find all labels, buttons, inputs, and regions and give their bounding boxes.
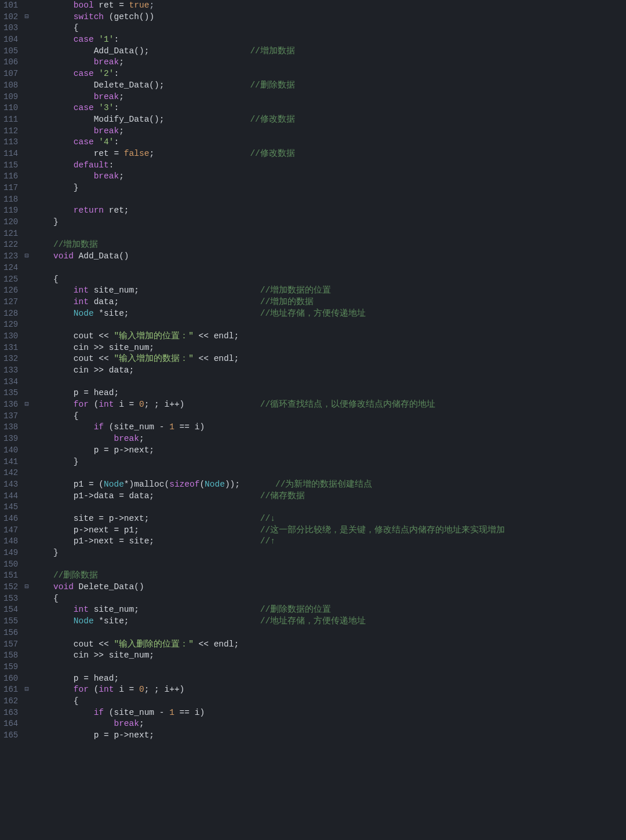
fold-toggle-icon[interactable] xyxy=(21,12,32,23)
code-line[interactable]: break; xyxy=(33,126,626,137)
fold-toggle-icon[interactable] xyxy=(21,684,32,696)
code-line[interactable] xyxy=(33,502,626,513)
code-line[interactable]: } xyxy=(33,217,626,228)
code-line[interactable]: ret = false; //修改数据 xyxy=(33,148,626,160)
fold-toggle-icon[interactable] xyxy=(21,582,32,593)
code-line[interactable]: void Delete_Data() xyxy=(33,582,626,593)
code-line[interactable]: p->next = p1; //这一部分比较绕，是关键，修改结点内储存的地址来实… xyxy=(33,525,626,536)
code-line[interactable]: break; xyxy=(33,433,626,445)
code-line[interactable]: case '3': xyxy=(33,103,626,114)
code-line[interactable]: p = p->next; xyxy=(33,730,626,742)
code-line[interactable]: Delete_Data(); //删除数据 xyxy=(33,80,626,92)
fold-placeholder xyxy=(21,525,32,536)
code-line[interactable] xyxy=(33,627,626,639)
code-line[interactable]: switch (getch()) xyxy=(33,12,626,23)
code-line[interactable]: cout << "输入增加的位置：" << endl; xyxy=(33,331,626,342)
line-number: 105 xyxy=(3,46,18,57)
code-line[interactable]: } xyxy=(33,182,626,194)
line-number: 127 xyxy=(3,297,18,308)
code-line[interactable]: case '2': xyxy=(33,68,626,80)
code-line[interactable]: default: xyxy=(33,160,626,171)
code-line[interactable]: for (int i = 0; ; i++) //循环查找结点，以便修改结点内储… xyxy=(33,399,626,411)
fold-placeholder xyxy=(21,433,32,445)
code-line[interactable] xyxy=(33,194,626,206)
line-number: 142 xyxy=(3,468,18,479)
code-line[interactable]: if (site_num - 1 == i) xyxy=(33,707,626,719)
code-line[interactable]: p = p->next; xyxy=(33,445,626,456)
fold-placeholder xyxy=(21,308,32,320)
code-line[interactable]: } xyxy=(33,547,626,559)
code-line[interactable]: int site_num; //增加数据的位置 xyxy=(33,285,626,297)
fold-placeholder xyxy=(21,547,32,559)
line-number: 156 xyxy=(3,627,18,639)
code-line[interactable]: for (int i = 0; ; i++) xyxy=(33,684,626,696)
code-line[interactable]: { xyxy=(33,593,626,605)
line-number: 144 xyxy=(3,491,18,502)
line-number: 150 xyxy=(3,559,18,571)
code-line[interactable]: { xyxy=(33,696,626,707)
fold-placeholder xyxy=(21,262,32,274)
line-number: 111 xyxy=(3,114,18,126)
fold-toggle-icon[interactable] xyxy=(21,399,32,411)
line-number: 130 xyxy=(3,331,18,342)
code-line[interactable]: { xyxy=(33,411,626,422)
code-line[interactable]: int site_num; //删除数据的位置 xyxy=(33,604,626,616)
code-line[interactable]: bool ret = true; xyxy=(33,0,626,12)
code-line[interactable]: break; xyxy=(33,718,626,730)
fold-placeholder xyxy=(21,68,32,80)
code-line[interactable]: cin >> site_num; xyxy=(33,342,626,354)
code-line[interactable]: p = head; xyxy=(33,673,626,685)
code-line[interactable]: break; xyxy=(33,57,626,68)
line-number: 136 xyxy=(3,399,18,411)
code-line[interactable]: cin >> data; xyxy=(33,365,626,377)
fold-placeholder xyxy=(21,194,32,206)
code-line[interactable]: Add_Data(); //增加数据 xyxy=(33,46,626,57)
code-line[interactable]: site = p->next; //↓ xyxy=(33,513,626,525)
fold-placeholder xyxy=(21,730,32,742)
fold-placeholder xyxy=(21,570,32,582)
fold-toggle-icon[interactable] xyxy=(21,251,32,262)
code-line[interactable]: p1->data = data; //储存数据 xyxy=(33,491,626,502)
line-number: 104 xyxy=(3,34,18,46)
line-number: 121 xyxy=(3,228,18,240)
fold-column[interactable] xyxy=(21,0,32,840)
code-line[interactable]: int data; //增加的数据 xyxy=(33,297,626,308)
code-line[interactable] xyxy=(33,468,626,479)
fold-placeholder xyxy=(21,559,32,571)
code-line[interactable] xyxy=(33,662,626,673)
line-number: 154 xyxy=(3,604,18,616)
fold-placeholder xyxy=(21,126,32,137)
fold-placeholder xyxy=(21,34,32,46)
code-line[interactable]: p = head; xyxy=(33,388,626,399)
code-editor[interactable]: 1011021031041051061071081091101111121131… xyxy=(0,0,626,840)
code-line[interactable]: cout << "输入删除的位置：" << endl; xyxy=(33,639,626,651)
code-line[interactable]: { xyxy=(33,23,626,34)
code-line[interactable] xyxy=(33,559,626,571)
code-line[interactable]: p1 = (Node*)malloc(sizeof(Node)); //为新增的… xyxy=(33,479,626,491)
code-line[interactable]: { xyxy=(33,274,626,286)
code-line[interactable] xyxy=(33,228,626,240)
fold-placeholder xyxy=(21,650,32,662)
code-content[interactable]: bool ret = true; switch (getch()) { case… xyxy=(32,0,626,840)
code-line[interactable]: //删除数据 xyxy=(33,570,626,582)
code-line[interactable]: case '4': xyxy=(33,137,626,148)
code-line[interactable]: cout << "输入增加的数据：" << endl; xyxy=(33,353,626,365)
code-line[interactable]: return ret; xyxy=(33,205,626,217)
code-line[interactable]: if (site_num - 1 == i) xyxy=(33,422,626,433)
code-line[interactable]: break; xyxy=(33,171,626,182)
code-line[interactable]: Modify_Data(); //修改数据 xyxy=(33,114,626,126)
code-line[interactable] xyxy=(33,377,626,388)
code-line[interactable]: Node *site; //地址存储，方便传递地址 xyxy=(33,616,626,627)
code-line[interactable]: case '1': xyxy=(33,34,626,46)
code-line[interactable]: cin >> site_num; xyxy=(33,650,626,662)
code-line[interactable]: //增加数据 xyxy=(33,239,626,251)
line-number: 106 xyxy=(3,57,18,68)
code-line[interactable]: Node *site; //地址存储，方便传递地址 xyxy=(33,308,626,320)
code-line[interactable]: p1->next = site; //↑ xyxy=(33,536,626,547)
code-line[interactable]: break; xyxy=(33,92,626,103)
line-number: 138 xyxy=(3,422,18,433)
code-line[interactable] xyxy=(33,262,626,274)
code-line[interactable]: void Add_Data() xyxy=(33,251,626,262)
code-line[interactable]: } xyxy=(33,456,626,468)
code-line[interactable] xyxy=(33,319,626,331)
